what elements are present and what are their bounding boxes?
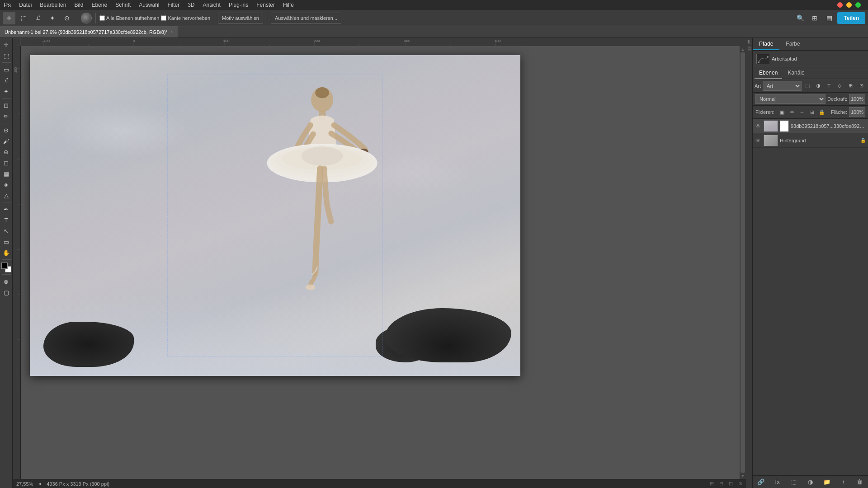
magic-wand-tool[interactable]: ✦ bbox=[46, 12, 59, 24]
vertical-scrollbar[interactable]: ▲ ▼ bbox=[740, 46, 746, 479]
minimize-button[interactable] bbox=[846, 2, 852, 8]
brush-tool[interactable]: 🖌 bbox=[1, 136, 11, 146]
layer-item-background[interactable]: 👁 Hintergrund 🔒 bbox=[753, 133, 868, 148]
lasso-tool[interactable]: 𝓛 bbox=[32, 12, 44, 24]
path-select-tool[interactable]: ↖ bbox=[1, 226, 11, 236]
lock-position-btn[interactable]: ↔ bbox=[798, 108, 806, 116]
brush-size-indicator[interactable] bbox=[81, 13, 92, 23]
document-tab[interactable]: Unbenannt-1 bei 27,6% (93db395218b057271… bbox=[0, 26, 178, 38]
menu-filter[interactable]: Filter bbox=[164, 1, 184, 9]
ruler-top: -100 0 100 200 300 400 bbox=[21, 38, 746, 46]
close-button[interactable] bbox=[837, 2, 843, 8]
layer-type-filter[interactable]: Art Pixel Anpassung Text Form bbox=[763, 81, 802, 91]
menu-ebene[interactable]: Ebene bbox=[88, 1, 111, 9]
status-icon-1[interactable]: ⊞ bbox=[710, 481, 714, 487]
gradient-tool[interactable]: ▦ bbox=[1, 169, 11, 178]
tab-pfade[interactable]: Pfade bbox=[753, 38, 779, 50]
tab-ebenen[interactable]: Ebenen bbox=[755, 67, 782, 79]
fill-input[interactable] bbox=[849, 107, 865, 117]
lock-image-btn[interactable]: ✏ bbox=[788, 108, 796, 116]
filter-toggle[interactable]: ⊡ bbox=[856, 81, 866, 91]
panel-toggle-1[interactable]: ◧ bbox=[747, 39, 751, 44]
menu-ansicht[interactable]: Ansicht bbox=[199, 1, 224, 9]
new-layer-btn[interactable]: + bbox=[838, 477, 848, 487]
menu-fenster[interactable]: Fenster bbox=[253, 1, 278, 9]
add-style-btn[interactable]: fx bbox=[773, 477, 783, 487]
lock-all-btn[interactable]: 🔒 bbox=[818, 108, 826, 116]
opacity-input[interactable] bbox=[849, 94, 865, 104]
pixel-filter-btn[interactable]: ⬚ bbox=[802, 81, 812, 91]
document-dimensions: 4936 Px x 3319 Px (300 ppi) bbox=[47, 481, 109, 487]
screen-mode-tool[interactable]: ▢ bbox=[1, 287, 11, 297]
status-icon-2[interactable]: ⊟ bbox=[719, 481, 723, 487]
menu-plugins[interactable]: Plug-ins bbox=[225, 1, 252, 9]
new-adjustment-btn[interactable]: ◑ bbox=[805, 477, 815, 487]
pen-tool[interactable]: ✒ bbox=[1, 204, 11, 214]
all-layers-checkbox[interactable]: Alle Ebenen aufnehmen bbox=[99, 15, 159, 21]
status-icon-3[interactable]: ⊡ bbox=[729, 481, 733, 487]
selection-tool[interactable]: ⬚ bbox=[17, 12, 30, 24]
lasso-tool-left[interactable]: 𝓛 bbox=[1, 75, 11, 85]
menu-bild[interactable]: Bild bbox=[71, 1, 87, 9]
text-tool[interactable]: T bbox=[1, 215, 11, 225]
layer-vis-2[interactable]: 👁 bbox=[755, 137, 762, 144]
maximize-button[interactable] bbox=[855, 2, 861, 8]
dodge-tool[interactable]: △ bbox=[1, 190, 11, 200]
tab-farbe[interactable]: Farbe bbox=[779, 38, 806, 50]
shape-tool[interactable]: ▭ bbox=[1, 237, 11, 247]
text-filter-btn[interactable]: T bbox=[824, 81, 834, 91]
layer-vis-1[interactable]: 👁 bbox=[755, 122, 762, 130]
select-mask-button[interactable]: Auswählen und maskieren... bbox=[271, 13, 341, 23]
quick-selection-tool[interactable]: ⊙ bbox=[61, 12, 73, 24]
layer-mask-1[interactable] bbox=[780, 120, 789, 132]
menu-bearbeiten[interactable]: Bearbeiten bbox=[36, 1, 70, 9]
new-group-btn[interactable]: 📁 bbox=[822, 477, 832, 487]
blend-mode-select[interactable]: Normal Auflösen Abdunkeln Multiplizieren… bbox=[755, 94, 826, 104]
tab-kanaele[interactable]: Kanäle bbox=[783, 67, 809, 79]
shape-filter-btn[interactable]: ◇ bbox=[835, 81, 845, 91]
blur-tool[interactable]: ◈ bbox=[1, 179, 11, 189]
scroll-down-arrow[interactable]: ▼ bbox=[741, 474, 745, 478]
menu-datei[interactable]: Datei bbox=[15, 1, 35, 9]
layer-item-image[interactable]: 👁 93db395218b057...330cfde8922cb bbox=[753, 119, 868, 133]
link-layers-btn[interactable]: 🔗 bbox=[756, 477, 766, 487]
magic-wand-left[interactable]: ✦ bbox=[1, 86, 11, 96]
artboard-tool[interactable]: ⬚ bbox=[1, 51, 11, 61]
move-tool-left[interactable]: ✛ bbox=[1, 40, 11, 50]
quick-mask-tool[interactable]: ⊚ bbox=[1, 277, 11, 286]
status-icon-4[interactable]: ⊛ bbox=[738, 481, 742, 487]
edge-highlight-checkbox[interactable]: Kante hervorheben bbox=[161, 15, 210, 21]
arbeitspfad-item[interactable]: Arbeitspfad bbox=[755, 52, 866, 65]
marquee-tool[interactable]: ▭ bbox=[1, 65, 11, 75]
move-tool[interactable]: ✛ bbox=[3, 12, 15, 24]
crop-tool[interactable]: ⊡ bbox=[1, 100, 11, 110]
canvas-frame[interactable] bbox=[30, 55, 520, 376]
lock-artboard-btn[interactable]: ⊞ bbox=[808, 108, 816, 116]
smart-filter-btn[interactable]: ⊞ bbox=[845, 81, 855, 91]
add-mask-btn[interactable]: ⬚ bbox=[789, 477, 799, 487]
lock-transparent-btn[interactable]: ▣ bbox=[778, 108, 786, 116]
spot-heal-tool[interactable]: ⊛ bbox=[1, 125, 11, 135]
scroll-thumb-v[interactable] bbox=[741, 52, 745, 473]
color-swatches[interactable] bbox=[1, 263, 11, 272]
zoom-icon[interactable]: ⊞ bbox=[808, 12, 821, 24]
select-subject-button[interactable]: Motiv auswählen bbox=[218, 13, 263, 23]
canvas-scroll[interactable] bbox=[21, 46, 740, 479]
delete-layer-btn[interactable]: 🗑 bbox=[855, 477, 865, 487]
eyedropper-tool[interactable]: ✏ bbox=[1, 111, 11, 121]
hand-tool[interactable]: ✋ bbox=[1, 248, 11, 258]
arrange-icon[interactable]: ▤ bbox=[823, 12, 835, 24]
stamp-tool[interactable]: ⊕ bbox=[1, 147, 11, 157]
menu-3d[interactable]: 3D bbox=[184, 1, 198, 9]
search-button[interactable]: 🔍 bbox=[794, 12, 807, 24]
panel-toggle-2[interactable]: ▤ bbox=[747, 46, 751, 51]
menu-hilfe[interactable]: Hilfe bbox=[279, 1, 297, 9]
share-button[interactable]: Teilen bbox=[837, 12, 865, 24]
menu-auswahl[interactable]: Auswahl bbox=[135, 1, 163, 9]
eraser-tool[interactable]: ◻ bbox=[1, 158, 11, 168]
menu-schrift[interactable]: Schrift bbox=[112, 1, 134, 9]
tab-close-button[interactable]: × bbox=[170, 29, 173, 34]
foreground-color[interactable] bbox=[1, 263, 8, 269]
scroll-up-arrow[interactable]: ▲ bbox=[741, 47, 745, 52]
adjust-filter-btn[interactable]: ◑ bbox=[813, 81, 823, 91]
